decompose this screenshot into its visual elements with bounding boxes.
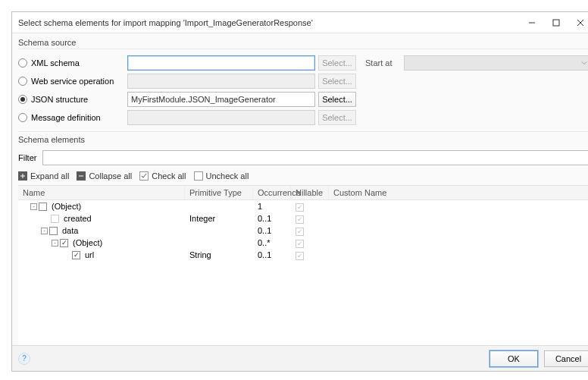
row-checkbox[interactable] [39,203,47,211]
close-button[interactable] [568,15,588,30]
titlebar: Select schema elements for import mappin… [12,12,588,33]
chevron-down-icon [581,60,587,66]
check-all-button[interactable]: Check all [139,171,186,181]
row-ptype: String [185,250,253,259]
json-input[interactable]: MyFirstModule.JSON_ImageGenerator [127,92,315,107]
filter-row: Filter [18,146,588,170]
col-custom[interactable]: Custom Name [329,186,588,199]
table-row[interactable]: - data0..1 [18,225,588,237]
radio-icon [18,95,27,104]
radio-label: Web service operation [31,77,114,86]
svg-rect-1 [553,20,559,26]
filter-label: Filter [18,153,36,162]
uncheck-all-button[interactable]: Uncheck all [194,171,249,181]
start-at-label: Start at [359,58,401,68]
nillable-checkbox [296,252,304,260]
radio-label: JSON structure [31,95,88,104]
elements-tree[interactable]: Name Primitive Type Occurrence Nillable … [18,185,588,345]
row-occurrence: 0..* [253,238,291,247]
radio-json-structure[interactable]: JSON structure [18,95,124,104]
xml-schema-input[interactable] [127,55,315,71]
radio-icon [18,113,27,122]
table-row[interactable]: - (Object)1 [18,200,588,212]
table-row[interactable]: - (Object)0..* [18,237,588,249]
expando-icon[interactable]: - [41,228,48,234]
radio-message-definition[interactable]: Message definition [18,113,124,122]
row-occurrence: 0..1 [253,226,291,235]
window-title: Select schema elements for import mappin… [18,18,520,27]
radio-xml-schema[interactable]: XML schema [18,58,124,68]
row-ptype: Integer [185,214,253,223]
col-ptype[interactable]: Primitive Type [185,186,253,199]
row-name: (Object) [70,238,102,247]
ws-select-button[interactable]: Select... [318,74,356,89]
collapse-icon [77,171,86,181]
schema-elements-label: Schema elements [18,132,588,146]
col-occ[interactable]: Occurrence [253,186,291,199]
msg-select-button[interactable]: Select... [318,110,356,125]
radio-icon [18,58,27,68]
schema-source-group: XML schema Select... Start at Web servic… [18,49,588,130]
help-button[interactable]: ? [18,353,30,365]
expando-icon[interactable]: - [52,240,58,247]
json-select-button[interactable]: Select... [318,92,356,107]
figure-caption: Import Mapping [11,372,588,380]
dialog-window: Select schema elements for import mappin… [11,11,588,372]
uncheck-icon [194,171,203,181]
cancel-button[interactable]: Cancel [544,350,588,367]
nillable-checkbox [296,240,304,248]
radio-web-service[interactable]: Web service operation [18,77,124,86]
check-icon [139,171,149,181]
radio-label: XML schema [31,58,80,68]
start-at-dropdown[interactable] [404,55,588,71]
ws-input [127,74,315,89]
collapse-all-button[interactable]: Collapse all [77,171,132,181]
row-checkbox[interactable] [60,239,68,247]
tree-header: Name Primitive Type Occurrence Nillable … [18,186,588,200]
radio-label: Message definition [31,113,101,122]
nillable-checkbox [296,228,304,236]
msg-input [127,110,315,125]
table-row[interactable]: createdInteger0..1 [18,212,588,225]
row-occurrence: 0..1 [253,214,291,223]
radio-icon [18,77,27,86]
nillable-checkbox [296,203,304,212]
filter-input[interactable] [42,150,588,165]
expando-icon[interactable]: - [30,203,37,210]
row-name: url [82,250,94,259]
maximize-button[interactable] [544,15,568,30]
row-name: (Object) [48,202,81,211]
row-name: data [59,226,78,235]
schema-source-label: Schema source [18,35,588,49]
dialog-content: Schema source XML schema Select... Start… [12,33,588,345]
expand-all-button[interactable]: Expand all [18,171,69,181]
row-occurrence: 0..1 [253,250,291,259]
elements-toolbar: Expand all Collapse all Check all Unchec… [18,170,588,185]
ok-button[interactable]: OK [489,350,538,367]
row-occurrence: 1 [253,202,291,211]
row-name: created [61,214,92,223]
dialog-footer: ? OK Cancel [12,345,588,371]
col-name[interactable]: Name [18,186,185,199]
expand-icon [18,171,27,181]
table-row[interactable]: urlString0..1 [18,249,588,261]
row-checkbox[interactable] [72,251,80,259]
xml-select-button[interactable]: Select... [318,55,356,71]
minimize-button[interactable] [520,15,544,30]
nillable-checkbox [296,215,304,224]
row-checkbox[interactable] [49,227,58,235]
row-checkbox[interactable] [51,215,59,223]
col-nill[interactable]: Nillable [291,186,329,199]
